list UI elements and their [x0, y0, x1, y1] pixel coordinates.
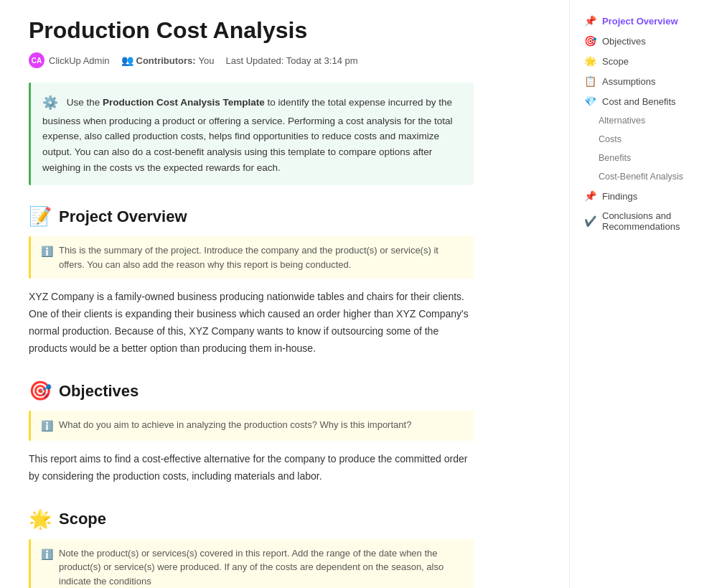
sidebar-label-benefits: Benefits: [599, 153, 631, 163]
sidebar-label-assumptions: Assumptions: [602, 76, 655, 87]
intro-text-after: to identify the total expense incurred b…: [42, 97, 453, 173]
intro-box: ⚙️ Use the Production Cost Analysis Temp…: [29, 83, 474, 185]
section-objectives: 🎯 Objectives ℹ️ What do you aim to achie…: [29, 380, 474, 485]
sidebar-icon-conclusions: ✔️: [584, 215, 596, 227]
hint-icon-objectives: ℹ️: [41, 419, 53, 434]
body-project-overview: XYZ Company is a family-owned business p…: [29, 289, 474, 357]
section-heading-scope: 🌟 Scope: [29, 508, 474, 531]
sidebar-item-benefits[interactable]: Benefits: [578, 149, 718, 167]
sidebar-icon-project-overview: 📌: [584, 15, 596, 27]
section-scope: 🌟 Scope ℹ️ Note the product(s) or servic…: [29, 508, 474, 588]
sidebar-item-costs[interactable]: Costs: [578, 131, 718, 148]
hint-box-objectives: ℹ️ What do you aim to achieve in analyzi…: [29, 411, 474, 441]
sidebar-item-alternatives[interactable]: Alternatives: [578, 112, 718, 129]
section-icon-project-overview: 📝: [29, 205, 52, 228]
section-title-project-overview: Project Overview: [59, 207, 187, 226]
section-project-overview: 📝 Project Overview ℹ️ This is the summar…: [29, 205, 474, 357]
section-heading-objectives: 🎯 Objectives: [29, 380, 474, 402]
sidebar-label-alternatives: Alternatives: [599, 116, 645, 126]
sidebar-item-project-overview[interactable]: 📌 Project Overview: [578, 11, 718, 30]
last-updated: Last Updated: Today at 3:14 pm: [226, 55, 358, 66]
author-name: ClickUp Admin: [49, 55, 110, 66]
sidebar-item-cost-benefit-analysis[interactable]: Cost-Benefit Analysis: [578, 168, 718, 185]
sidebar-icon-findings: 📌: [584, 190, 596, 202]
section-title-objectives: Objectives: [59, 382, 139, 401]
sidebar-label-cost-benefit-analysis: Cost-Benefit Analysis: [599, 172, 683, 182]
intro-bold: Production Cost Analysis Template: [103, 97, 265, 108]
sidebar-label-scope: Scope: [602, 56, 629, 67]
hint-text-scope: Note the product(s) or services(s) cover…: [59, 546, 464, 588]
hint-text-objectives: What do you aim to achieve in analyzing …: [59, 418, 411, 432]
sidebar-icon-objectives: 🎯: [584, 35, 596, 47]
section-title-scope: Scope: [59, 510, 106, 528]
sidebar-label-cost-benefits: Cost and Benefits: [602, 96, 676, 107]
sidebar-item-objectives[interactable]: 🎯 Objectives: [578, 32, 718, 50]
sidebar-item-cost-benefits[interactable]: 💎 Cost and Benefits: [578, 92, 718, 111]
sidebar-icon-scope: 🌟: [584, 55, 596, 67]
main-content: Production Cost Analysis CA ClickUp Admi…: [0, 0, 502, 588]
sidebar-item-findings[interactable]: 📌 Findings: [578, 187, 718, 205]
sidebar-item-assumptions[interactable]: 📋 Assumptions: [578, 72, 718, 90]
contributors-icon: 👥: [121, 55, 133, 66]
contributors-value: You: [199, 55, 215, 66]
avatar: CA: [29, 52, 44, 68]
hint-icon-scope: ℹ️: [41, 547, 53, 562]
intro-text-before: Use the: [67, 97, 103, 108]
hint-box-scope: ℹ️ Note the product(s) or services(s) co…: [29, 539, 474, 588]
hint-box-project-overview: ℹ️ This is the summary of the project. I…: [29, 236, 474, 279]
sidebar-item-scope[interactable]: 🌟 Scope: [578, 52, 718, 70]
sidebar-item-conclusions[interactable]: ✔️ Conclusions and Recommendations: [578, 207, 718, 235]
page-title: Production Cost Analysis: [29, 17, 474, 44]
sidebar-label-costs: Costs: [599, 134, 622, 144]
section-icon-scope: 🌟: [29, 508, 52, 531]
contributors-info: 👥 Contributors: You: [121, 55, 215, 66]
sidebar-label-findings: Findings: [602, 191, 637, 202]
section-heading-project-overview: 📝 Project Overview: [29, 205, 474, 228]
body-objectives: This report aims to find a cost-effectiv…: [29, 451, 474, 485]
sidebar-label-objectives: Objectives: [602, 36, 646, 47]
hint-icon-project-overview: ℹ️: [41, 244, 53, 259]
intro-box-icon: ⚙️: [42, 95, 58, 110]
meta-row: CA ClickUp Admin 👥 Contributors: You Las…: [29, 52, 474, 68]
sidebar-icon-cost-benefits: 💎: [584, 95, 596, 107]
author-info: CA ClickUp Admin: [29, 52, 110, 68]
contributors-label: Contributors:: [136, 55, 196, 66]
sidebar: 📌 Project Overview 🎯 Objectives 🌟 Scope …: [569, 0, 727, 588]
hint-text-project-overview: This is the summary of the project. Intr…: [59, 243, 464, 271]
sidebar-label-project-overview: Project Overview: [602, 16, 678, 27]
sidebar-icon-assumptions: 📋: [584, 75, 596, 87]
section-icon-objectives: 🎯: [29, 380, 52, 402]
sidebar-label-conclusions: Conclusions and Recommendations: [602, 210, 713, 232]
